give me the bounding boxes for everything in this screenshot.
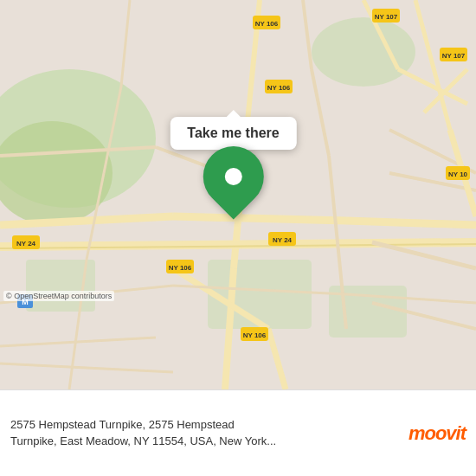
svg-text:NY 106: NY 106 [243,331,267,339]
svg-line-18 [346,221,476,225]
svg-rect-4 [208,260,312,329]
moovit-logo: moovit [408,424,466,443]
svg-text:NY 24: NY 24 [16,240,36,248]
svg-text:NY 106: NY 106 [267,84,291,92]
address-text: 2575 Hempstead Turnpike, 2575 Hempstead … [10,417,398,448]
map-container: NY 106 NY 107 NY 107 NY 106 NY 24 NY 24 … [0,0,476,389]
bottom-bar: 2575 Hempstead Turnpike, 2575 Hempstead … [0,389,476,476]
svg-text:NY 24: NY 24 [273,236,293,244]
svg-text:NY 10: NY 10 [448,170,468,178]
svg-text:NY 106: NY 106 [169,264,192,272]
svg-point-3 [312,17,415,87]
map-marker[interactable]: Take me there [170,110,296,207]
svg-text:NY 107: NY 107 [375,13,398,21]
address-line2: Turnpike, East Meadow, NY 11554, USA, Ne… [10,434,276,447]
map-attribution: © OpenStreetMap contributors [3,291,114,301]
svg-line-17 [173,216,346,221]
callout-text: Take me there [187,125,279,140]
callout-bubble[interactable]: Take me there [170,117,296,150]
svg-text:NY 107: NY 107 [442,52,466,60]
svg-text:NY 106: NY 106 [255,20,279,28]
moovit-m-icon: moovit [408,424,466,443]
address-line1: 2575 Hempstead Turnpike, 2575 Hempstead [10,418,235,431]
